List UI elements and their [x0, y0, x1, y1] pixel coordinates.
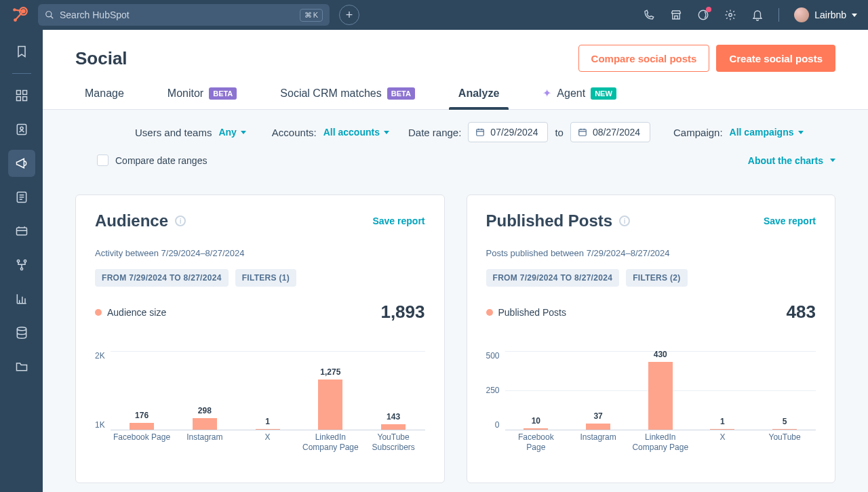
- compare-posts-button[interactable]: Compare social posts: [578, 45, 710, 72]
- info-icon[interactable]: i: [175, 216, 186, 226]
- card-audience: Audience i Save report Activity between …: [75, 194, 445, 483]
- svg-rect-14: [16, 228, 26, 235]
- nav-automation[interactable]: [8, 251, 35, 279]
- chart-bar[interactable]: 1,275: [318, 380, 342, 430]
- nav-reporting[interactable]: [8, 285, 35, 312]
- filter-accounts[interactable]: Accounts: All accounts: [272, 127, 389, 138]
- chart-bar[interactable]: 298: [193, 418, 217, 430]
- create-posts-button[interactable]: Create social posts: [716, 45, 835, 72]
- audience-chart: 2K1K17629811,275143Facebook PageInstagra…: [95, 351, 425, 466]
- tab-social-crm[interactable]: Social CRM matchesBETA: [271, 87, 425, 109]
- svg-point-16: [24, 260, 26, 262]
- account-menu[interactable]: Lairbnb: [794, 7, 857, 22]
- legend-dot-icon: [486, 309, 493, 316]
- svg-rect-20: [579, 129, 587, 136]
- page-header: Social Compare social posts Create socia…: [43, 30, 868, 72]
- settings-icon[interactable]: [724, 9, 736, 21]
- card-title: Audience: [95, 211, 168, 230]
- published-chart: 5002500103743015Facebook PageInstagramLi…: [486, 351, 816, 466]
- nav-apps[interactable]: [8, 82, 35, 109]
- svg-rect-19: [477, 129, 484, 136]
- info-icon[interactable]: i: [619, 216, 630, 226]
- nav-marketing[interactable]: [8, 150, 35, 177]
- sparkle-icon: ✦: [542, 87, 551, 100]
- tab-agent[interactable]: ✦ Agent NEW: [533, 87, 625, 109]
- tabs: Manage MonitorBETA Social CRM matchesBET…: [43, 72, 868, 110]
- search-icon: [45, 10, 54, 20]
- beta-badge: BETA: [209, 87, 237, 100]
- chevron-down-icon: [852, 14, 857, 17]
- main: Social Compare social posts Create socia…: [43, 30, 868, 492]
- chart-bar[interactable]: 1: [710, 429, 734, 430]
- nav-library[interactable]: [8, 353, 35, 380]
- avatar: [794, 7, 809, 22]
- chip-date-range[interactable]: FROM 7/29/2024 TO 8/27/2024: [95, 269, 229, 287]
- filter-users-teams[interactable]: Users and teams Any: [135, 127, 246, 138]
- chart-bar[interactable]: 10: [524, 428, 548, 430]
- nav-crm[interactable]: [8, 116, 35, 143]
- chip-filters[interactable]: FILTERS (1): [235, 269, 296, 287]
- save-report-link[interactable]: Save report: [372, 216, 425, 226]
- nav-content[interactable]: [8, 184, 35, 211]
- tab-monitor[interactable]: MonitorBETA: [158, 87, 247, 109]
- search-placeholder: Search HubSpot: [60, 9, 130, 20]
- chart-bar[interactable]: 5: [772, 429, 797, 430]
- cards-row: Audience i Save report Activity between …: [43, 178, 868, 492]
- chart-bar[interactable]: 37: [586, 424, 610, 430]
- calendar-icon: [578, 127, 587, 137]
- nav-data[interactable]: [8, 319, 35, 346]
- beta-badge: BETA: [387, 87, 415, 100]
- svg-point-12: [20, 127, 22, 129]
- topnav: Search HubSpot ⌘ K + Lairbnb: [0, 0, 868, 30]
- legend-dot-icon: [95, 309, 102, 316]
- svg-point-6: [729, 14, 732, 17]
- svg-rect-10: [22, 97, 26, 101]
- notifications-icon[interactable]: [751, 9, 764, 21]
- about-charts-link[interactable]: About the charts: [748, 155, 835, 166]
- tab-manage[interactable]: Manage: [75, 87, 134, 109]
- date-to-input[interactable]: 08/27/2024: [570, 122, 650, 142]
- notification-dot-icon: [706, 7, 711, 12]
- audience-total: 1,893: [380, 302, 425, 323]
- compare-date-ranges[interactable]: Compare date ranges: [97, 155, 207, 166]
- hubspot-logo[interactable]: [11, 6, 28, 24]
- topnav-right: Lairbnb: [643, 7, 857, 22]
- tab-analyze[interactable]: Analyze: [449, 87, 509, 109]
- copilot-icon[interactable]: [697, 9, 709, 21]
- compare-checkbox[interactable]: [97, 155, 108, 166]
- chart-bar[interactable]: 143: [381, 424, 406, 430]
- published-total: 483: [787, 302, 816, 323]
- marketplace-icon[interactable]: [670, 9, 682, 21]
- chart-bar[interactable]: 430: [648, 362, 673, 430]
- card-subtitle: Posts published between 7/29/2024–8/27/2…: [486, 248, 816, 258]
- filter-campaign[interactable]: Campaign: All campaigns: [673, 127, 803, 138]
- filter-date-range: Date range: 07/29/2024 to 08/27/2024: [408, 122, 650, 142]
- date-from-input[interactable]: 07/29/2024: [468, 122, 548, 142]
- svg-rect-9: [16, 97, 20, 101]
- chart-bar[interactable]: 176: [130, 423, 154, 430]
- phone-icon[interactable]: [643, 9, 655, 21]
- svg-point-18: [17, 327, 26, 331]
- svg-rect-7: [16, 91, 20, 95]
- chevron-down-icon: [241, 131, 246, 134]
- nav-commerce[interactable]: [8, 218, 35, 245]
- legend-label: Audience size: [107, 307, 166, 318]
- chart-bar[interactable]: 1: [256, 429, 280, 430]
- search-shortcut: ⌘ K: [300, 9, 323, 22]
- svg-point-17: [20, 268, 22, 270]
- legend-label: Published Posts: [498, 307, 566, 318]
- nav-bookmarks[interactable]: [8, 38, 35, 65]
- save-report-link[interactable]: Save report: [764, 216, 816, 226]
- svg-point-4: [46, 12, 52, 17]
- create-button[interactable]: +: [339, 5, 359, 25]
- leftnav: [0, 30, 43, 492]
- chevron-down-icon: [830, 159, 835, 162]
- svg-rect-8: [22, 91, 26, 95]
- header-actions: Compare social posts Create social posts: [578, 45, 835, 72]
- card-title: Published Posts: [486, 211, 613, 230]
- global-search[interactable]: Search HubSpot ⌘ K: [38, 4, 330, 26]
- chevron-down-icon: [384, 131, 389, 134]
- chip-filters[interactable]: FILTERS (2): [626, 269, 687, 287]
- chevron-down-icon: [798, 131, 804, 134]
- chip-date-range[interactable]: FROM 7/29/2024 TO 8/27/2024: [486, 269, 620, 287]
